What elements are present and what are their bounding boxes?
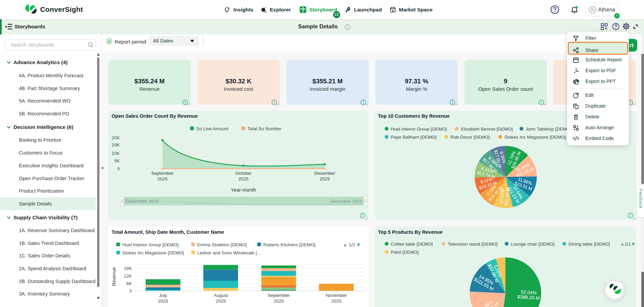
svg-text:December: December bbox=[314, 171, 335, 176]
svg-text:18K: 18K bbox=[124, 266, 132, 271]
svg-text:2025: 2025 bbox=[216, 299, 226, 304]
svg-text:August: August bbox=[214, 293, 228, 298]
svg-text:20K: 20K bbox=[112, 135, 120, 140]
svg-text:2025: 2025 bbox=[158, 299, 168, 304]
svg-text:July: July bbox=[159, 293, 167, 298]
svg-text:15K: 15K bbox=[112, 142, 120, 147]
svg-text:December 2025: December 2025 bbox=[330, 199, 362, 204]
svg-text:September: September bbox=[267, 293, 290, 298]
svg-text:2025: 2025 bbox=[238, 176, 248, 182]
svg-text:2025: 2025 bbox=[157, 176, 168, 182]
svg-text:November: November bbox=[326, 293, 347, 298]
svg-text:October: October bbox=[235, 171, 252, 176]
svg-text:0: 0 bbox=[117, 166, 120, 171]
svg-text:September 2025: September 2025 bbox=[125, 199, 159, 204]
svg-text:5K: 5K bbox=[114, 158, 120, 163]
svg-text:12K: 12K bbox=[124, 274, 132, 279]
svg-text:2025: 2025 bbox=[331, 299, 341, 304]
svg-text:6K: 6K bbox=[126, 281, 132, 286]
svg-text:10K: 10K bbox=[112, 151, 120, 156]
svg-text:September: September bbox=[151, 171, 174, 176]
svg-text:0: 0 bbox=[129, 288, 132, 294]
svg-text:Year-month: Year-month bbox=[231, 187, 256, 193]
svg-text:2025: 2025 bbox=[320, 176, 330, 182]
svg-text:Revenue: Revenue bbox=[111, 267, 117, 286]
svg-text:P: P bbox=[574, 81, 576, 84]
svg-text:2025: 2025 bbox=[273, 299, 284, 304]
